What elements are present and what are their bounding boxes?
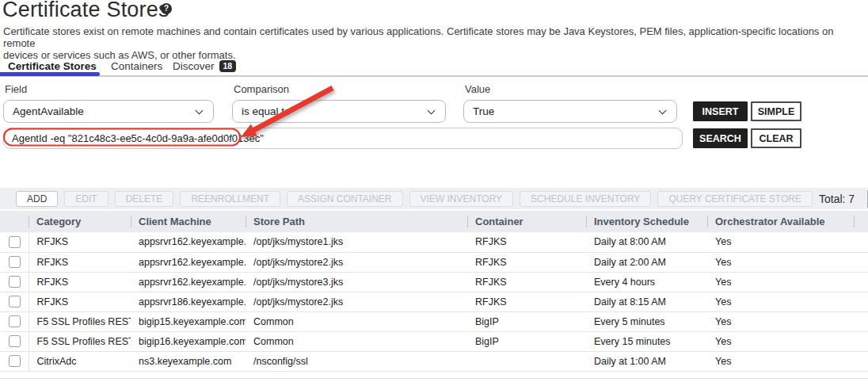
row-checkbox[interactable] (9, 296, 21, 308)
cell-container (467, 351, 586, 371)
cell-category: CitrixAdc (29, 351, 131, 371)
schedule-inventory-button[interactable]: SCHEDULE INVENTORY (520, 191, 651, 207)
tab-certificate-stores[interactable]: Certificate Stores (8, 60, 97, 72)
cell-client-machine: appsrvr162.keyexample.com (131, 252, 246, 272)
discover-count-badge: 18 (219, 60, 237, 72)
row-checkbox[interactable] (9, 355, 21, 367)
table-row[interactable]: F5 SSL Profiles REST bigip15.keyexample.… (0, 311, 868, 331)
cell-client-machine: appsrvr162.keyexample.com (131, 232, 246, 252)
tab-discover-label: Discover (173, 60, 215, 72)
grid-toolbar: ADD EDIT DELETE REENROLLMENT ASSIGN CONT… (0, 188, 868, 209)
insert-button[interactable]: INSERT (693, 101, 748, 121)
cell-client-machine: appsrvr162.keyexample.com (131, 272, 246, 292)
page-title: Certificate Stores (2, 0, 169, 22)
assign-container-button[interactable]: ASSIGN CONTAINER (287, 191, 402, 207)
simple-button[interactable]: SIMPLE (751, 101, 801, 121)
cell-client-machine: bigip15.keyexample.com (131, 311, 246, 331)
cell-inventory-schedule: Daily at 2:00 AM (586, 252, 707, 272)
cell-inventory-schedule: Every 15 minutes (586, 331, 707, 351)
cell-category: RFJKS (29, 232, 131, 252)
delete-button[interactable]: DELETE (115, 191, 174, 207)
table-header-row: Category Client Machine Store Path Conta… (0, 211, 868, 232)
header-end-spacer (854, 211, 868, 232)
table-row[interactable]: F5 SSL Profiles REST bigip16.keyexample.… (0, 331, 868, 351)
query-certificate-store-button[interactable]: QUERY CERTIFICATE STORE (657, 191, 813, 207)
cell-orchestrator-available: Yes (707, 232, 854, 252)
cell-orchestrator-available: Yes (707, 331, 854, 351)
comparison-select-value: is equal to (242, 105, 291, 117)
reenrollment-button[interactable]: REENROLLMENT (180, 191, 280, 207)
cell-end-spacer (854, 292, 868, 311)
cell-store-path: /opt/jks/mystore3.jks (246, 272, 467, 292)
field-label: Field (5, 83, 27, 95)
table-row[interactable]: RFJKS appsrvr162.keyexample.com /opt/jks… (0, 272, 868, 292)
header-orchestrator-available[interactable]: Orchestrator Available (707, 211, 854, 232)
description-line1: Certificate stores exist on remote machi… (3, 25, 833, 49)
cell-store-path: /opt/jks/mystore2.jks (246, 252, 467, 272)
cell-container: BigIP (467, 311, 586, 331)
total-count: Total: 7 (819, 193, 855, 205)
row-checkbox[interactable] (9, 236, 21, 248)
cell-store-path: /nsconfig/ssl (246, 351, 467, 371)
help-icon[interactable]: ? (161, 3, 172, 14)
cell-orchestrator-available: Yes (707, 292, 854, 311)
cell-category: F5 SSL Profiles REST (29, 331, 131, 351)
chevron-down-icon (659, 107, 667, 115)
tab-containers[interactable]: Containers (111, 60, 162, 72)
comparison-label: Comparison (234, 83, 289, 95)
row-checkbox[interactable] (9, 335, 21, 347)
certificate-stores-table: Category Client Machine Store Path Conta… (0, 211, 868, 372)
query-input[interactable] (3, 128, 683, 149)
cell-client-machine: ns3.keyexample.com (131, 351, 246, 371)
value-select[interactable]: True (463, 100, 677, 123)
cell-category: RFJKS (29, 272, 131, 292)
row-checkbox[interactable] (9, 315, 21, 327)
cell-end-spacer (854, 272, 868, 292)
view-inventory-button[interactable]: VIEW INVENTORY (409, 191, 514, 207)
cell-store-path: /opt/jks/mystore1.jks (246, 232, 467, 252)
page-description: Certificate stores exist on remote machi… (3, 25, 866, 61)
cell-inventory-schedule: Every 4 hours (586, 272, 707, 292)
cell-inventory-schedule: Every 5 minutes (586, 311, 707, 331)
comparison-select[interactable]: is equal to (232, 100, 446, 123)
cell-container: RFJKS (467, 232, 586, 252)
cell-inventory-schedule: Daily at 8:15 AM (586, 292, 707, 311)
cell-category: F5 SSL Profiles REST (29, 311, 131, 331)
cell-store-path: /opt/jks/mystore2.jks (246, 292, 467, 311)
cell-store-path: Common (246, 311, 467, 331)
cell-client-machine: bigip16.keyexample.com (131, 331, 246, 351)
cell-end-spacer (854, 311, 868, 331)
cell-container: RFJKS (467, 252, 586, 272)
header-client-machine[interactable]: Client Machine (131, 211, 246, 232)
cell-end-spacer (854, 232, 868, 252)
cell-category: RFJKS (29, 292, 131, 311)
cell-category: RFJKS (29, 252, 131, 272)
table-row[interactable]: RFJKS appsrvr162.keyexample.com /opt/jks… (0, 232, 868, 252)
add-button[interactable]: ADD (16, 191, 58, 207)
table-row[interactable]: RFJKS appsrvr186.keyexample.com /opt/jks… (0, 292, 868, 311)
table-row[interactable]: CitrixAdc ns3.keyexample.com /nsconfig/s… (0, 351, 868, 371)
cell-end-spacer (854, 351, 868, 371)
field-select[interactable]: AgentAvailable (3, 100, 214, 123)
search-button[interactable]: SEARCH (693, 128, 748, 148)
cell-inventory-schedule: Daily at 1:00 AM (586, 351, 707, 371)
cell-orchestrator-available: Yes (707, 272, 854, 292)
value-label: Value (465, 83, 490, 95)
tab-bar: Certificate Stores Containers Discover 1… (0, 59, 868, 77)
cell-container: RFJKS (467, 272, 586, 292)
header-container[interactable]: Container (467, 211, 586, 232)
header-category[interactable]: Category (29, 211, 131, 232)
row-checkbox[interactable] (9, 256, 21, 268)
row-checkbox[interactable] (9, 276, 21, 288)
tab-discover[interactable]: Discover 18 (173, 60, 236, 72)
table-row[interactable]: RFJKS appsrvr162.keyexample.com /opt/jks… (0, 252, 868, 272)
clear-button[interactable]: CLEAR (751, 128, 801, 148)
edit-button[interactable]: EDIT (64, 191, 108, 207)
cell-container: RFJKS (467, 292, 586, 311)
cell-orchestrator-available: Yes (707, 311, 854, 331)
cell-orchestrator-available: Yes (707, 252, 854, 272)
header-store-path[interactable]: Store Path (246, 211, 467, 232)
cell-end-spacer (854, 331, 868, 351)
header-inventory-schedule[interactable]: Inventory Schedule (586, 211, 707, 232)
table-footer-edge (0, 371, 868, 379)
